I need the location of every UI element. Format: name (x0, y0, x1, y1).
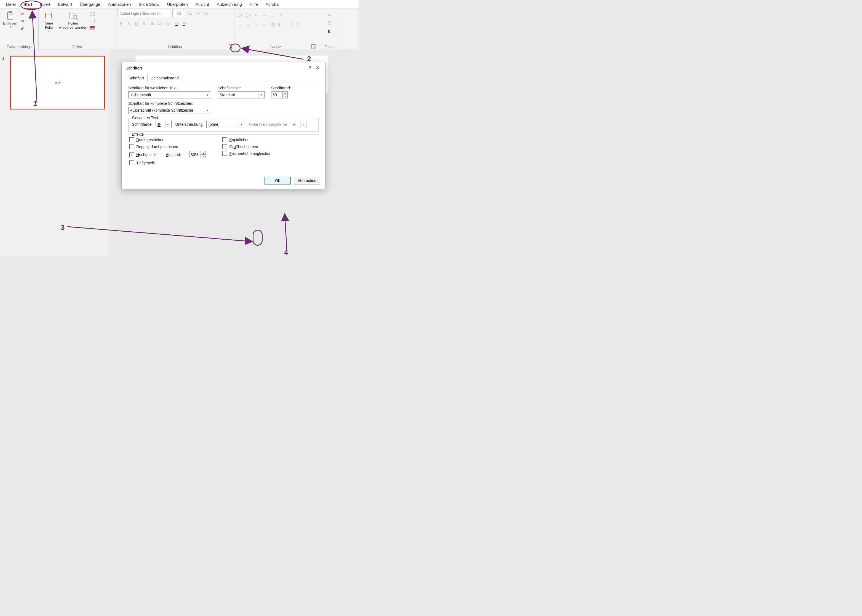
bold-button[interactable]: F (118, 20, 125, 27)
smartart-icon[interactable]: ⬡ (294, 21, 301, 28)
shrink-font-icon[interactable]: A▾ (195, 10, 201, 17)
copy-icon[interactable]: ⧉ (19, 18, 26, 24)
group-shapes-label: Forme (319, 44, 340, 49)
offset-spinner[interactable]: ▲▼ (189, 151, 206, 158)
annotation-number-4: 4 (284, 248, 288, 256)
paragraph-dialog-launcher[interactable]: ↘ (311, 44, 316, 49)
indent-inc-icon[interactable]: ⇥ (261, 12, 268, 19)
underline-button[interactable]: U (133, 20, 140, 27)
allcaps-checkbox[interactable]: Großbuchstaben (222, 144, 271, 149)
bullets-icon[interactable]: ☰▾ (236, 12, 243, 19)
change-case-button[interactable]: Aa (164, 20, 171, 27)
complex-font-select[interactable]: +Überschrift (komplexe Schriftzeiche▾ (128, 107, 211, 114)
paste-button[interactable]: Einfügen ▾ (2, 10, 19, 30)
dialog-close-button[interactable]: ✕ (314, 65, 321, 71)
tab-acrobat[interactable]: Acroba (262, 0, 283, 8)
svg-rect-11 (90, 26, 94, 28)
columns-icon[interactable]: ▥ (269, 21, 276, 28)
smallcaps-checkbox[interactable]: Kapitälchen (222, 137, 271, 142)
thumb-number: 1 (2, 56, 5, 60)
svg-rect-2 (9, 14, 13, 19)
rtl-icon[interactable]: ←¶ (286, 21, 293, 28)
font-size-input[interactable] (271, 91, 283, 99)
slide-thumbnail[interactable]: m² (10, 56, 105, 110)
highlight-button[interactable]: A ▾ (181, 20, 189, 27)
tab-view[interactable]: Ansicht (192, 0, 213, 8)
grow-font-icon[interactable]: A▴ (186, 10, 193, 17)
superscript-checkbox[interactable]: Hochgestellt (129, 152, 157, 157)
tab-insert[interactable]: Insert (36, 0, 54, 8)
section-icon[interactable] (89, 25, 96, 31)
underline-style-select[interactable]: (ohne)▾ (206, 121, 245, 128)
align-center-icon[interactable]: ≡ (244, 21, 252, 28)
reuse-slides-icon (68, 11, 78, 20)
strike-button[interactable]: ab (148, 20, 156, 27)
group-paragraph-label: Absatz (236, 44, 315, 49)
font-color-button[interactable]: A ▾ (174, 20, 181, 27)
font-color-picker[interactable]: ⬘▾ (156, 121, 171, 128)
clear-format-icon[interactable]: A⁄ (203, 10, 210, 17)
offset-input[interactable] (189, 151, 201, 158)
font-size-label: Schriftgrad: (271, 86, 291, 90)
new-slide-icon (44, 11, 53, 20)
shapes-icon[interactable]: ▭ (326, 11, 333, 18)
subscript-checkbox[interactable]: Tiefgestellt (129, 160, 206, 165)
equalize-checkbox[interactable]: Zeichenhöhe angleichen (222, 151, 271, 156)
strike-checkbox[interactable]: Durchgestrichen (129, 137, 206, 142)
tab-transitions[interactable]: Übergänge (76, 0, 104, 8)
underline-color-picker: ⬘▾ (291, 121, 307, 128)
spin-down-icon[interactable]: ▼ (283, 95, 288, 99)
text-direction-icon[interactable]: ↧ (277, 12, 285, 19)
ok-button[interactable]: OK (264, 177, 291, 184)
cancel-button[interactable]: Abbrechen (294, 177, 320, 184)
ribbon-tabs: Datei Start Insert Entwurf Übergänge Ani… (0, 0, 359, 9)
svg-rect-3 (46, 13, 52, 18)
font-style-label: Schriftschnitt: (218, 86, 264, 90)
dblstrike-checkbox[interactable]: Doppelt durchgestrichen (129, 144, 206, 149)
arrange-icon[interactable]: ⬚ (326, 19, 333, 26)
reuse-slides-button[interactable]: Folien wiederverwenden (58, 10, 88, 31)
tab-recording[interactable]: Aufzeichnung (213, 0, 246, 8)
tab-file[interactable]: Datei (2, 0, 20, 8)
tab-start[interactable]: Start (20, 0, 36, 8)
font-size-combo[interactable]: 60 (172, 10, 185, 17)
spin-down-icon[interactable]: ▼ (201, 155, 206, 158)
dialog-tab-spacing[interactable]: Zeichenabstand (148, 74, 182, 82)
layout-icon[interactable] (89, 11, 96, 17)
tab-help[interactable]: Hilfe (246, 0, 262, 8)
dialog-help-button[interactable]: ? (306, 65, 314, 71)
italic-button[interactable]: K (125, 20, 132, 27)
ribbon: Einfügen ▾ ✂ ⧉ 🖌 Zwischenablage Neue Fol… (0, 9, 359, 50)
numbering-icon[interactable]: ☷▾ (244, 12, 252, 19)
ltr-icon[interactable]: ¶→ (277, 21, 285, 28)
tab-slideshow[interactable]: Slide Show (135, 0, 163, 8)
cut-icon[interactable]: ✂ (19, 11, 26, 17)
shadow-button[interactable]: S (141, 20, 148, 27)
annotation-number-2: 2 (307, 55, 311, 63)
tab-animations[interactable]: Animationen (104, 0, 135, 8)
spin-up-icon[interactable]: ▲ (283, 91, 288, 95)
tab-design[interactable]: Entwurf (54, 0, 76, 8)
latin-font-select[interactable]: +Überschrift▾ (128, 91, 211, 99)
align-justify-icon[interactable]: ≣ (261, 21, 268, 28)
annotation-number-1: 1 (33, 99, 37, 108)
new-slide-button[interactable]: Neue Folie ▾ (40, 10, 57, 34)
thumbnail-panel: 1 m² (0, 50, 110, 256)
font-size-spinner[interactable]: ▲▼ (271, 91, 291, 99)
reset-icon[interactable] (89, 18, 96, 24)
quick-styles-icon[interactable]: ◧ (326, 28, 333, 34)
font-family-combo[interactable]: Calibri Light (Überschriften (118, 10, 171, 17)
spin-up-icon[interactable]: ▲ (201, 151, 206, 155)
tab-review[interactable]: Überprüfen (163, 0, 192, 8)
font-dialog-launcher[interactable]: ↘ (229, 44, 233, 49)
indent-dec-icon[interactable]: ⇤ (253, 12, 260, 19)
dialog-tab-font[interactable]: SSchriftartchriftart (125, 74, 148, 82)
font-style-select[interactable]: Standard▾ (218, 91, 264, 99)
format-painter-icon[interactable]: 🖌 (19, 25, 26, 31)
new-slide-label: Neue Folie (41, 22, 57, 30)
char-spacing-button[interactable]: AV (156, 20, 163, 27)
align-right-icon[interactable]: ≣ (253, 21, 260, 28)
align-left-icon[interactable]: ≣ (236, 21, 243, 28)
line-spacing-icon[interactable]: ↕ (269, 12, 276, 19)
latin-font-label: Schriftart für westlichen Text: (128, 86, 211, 90)
